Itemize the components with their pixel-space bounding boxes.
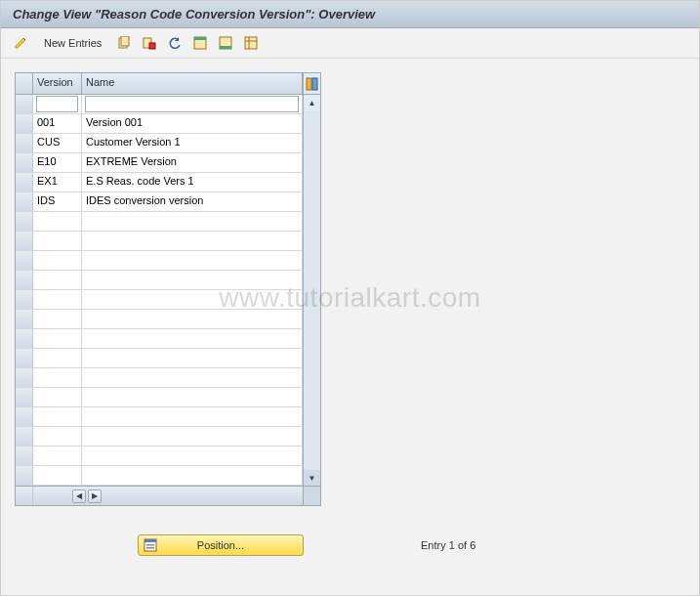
scroll-down-icon[interactable]: ▼: [304, 470, 320, 486]
table-row: CUS Customer Version 1: [16, 134, 303, 153]
row-selector[interactable]: [16, 310, 33, 328]
table-row: [16, 212, 303, 232]
cell-name[interactable]: [82, 251, 303, 270]
cell-name[interactable]: [82, 427, 303, 446]
table-row: [16, 329, 303, 349]
position-button[interactable]: Position...: [138, 534, 304, 556]
table-settings-icon[interactable]: [242, 34, 260, 52]
cell-name[interactable]: [82, 290, 303, 309]
cell-version[interactable]: [33, 271, 82, 289]
cell-version[interactable]: IDS: [33, 192, 82, 211]
row-selector[interactable]: [16, 232, 33, 250]
table-row: [16, 368, 303, 388]
cell-name[interactable]: [82, 232, 303, 250]
cell-name[interactable]: E.S Reas. code Vers 1: [82, 173, 303, 192]
cell-version[interactable]: CUS: [33, 134, 82, 152]
cell-name[interactable]: [82, 368, 303, 387]
name-input[interactable]: [86, 97, 298, 111]
table-row: [16, 232, 303, 251]
cell-name[interactable]: [82, 329, 303, 348]
cell-name[interactable]: [82, 271, 303, 289]
cell-version[interactable]: [33, 447, 82, 465]
cell-version[interactable]: [33, 251, 82, 270]
row-selector[interactable]: [16, 349, 33, 367]
new-entries-button[interactable]: New Entries: [38, 35, 107, 51]
table-row: [16, 407, 303, 427]
svg-rect-11: [307, 78, 311, 90]
scrollbar-track[interactable]: [304, 110, 320, 470]
row-selector[interactable]: [16, 134, 33, 152]
table-row: [16, 427, 303, 447]
cell-name[interactable]: [82, 212, 303, 231]
cell-name[interactable]: Customer Version 1: [82, 134, 303, 152]
copy-icon[interactable]: [115, 34, 133, 52]
cell-name[interactable]: [82, 447, 303, 465]
cell-version[interactable]: [33, 427, 82, 446]
cell-name[interactable]: [82, 349, 303, 367]
cell-name[interactable]: EXTREME Version: [82, 153, 303, 172]
cell-version[interactable]: [33, 368, 82, 387]
row-selector[interactable]: [16, 153, 33, 172]
cell-name[interactable]: [82, 407, 303, 426]
row-selector[interactable]: [16, 114, 33, 133]
row-selector[interactable]: [16, 388, 33, 406]
cell-version[interactable]: [33, 329, 82, 348]
cell-version[interactable]: E10: [33, 153, 82, 172]
row-selector[interactable]: [16, 368, 33, 387]
row-selector[interactable]: [16, 95, 33, 113]
cell-version[interactable]: 001: [33, 114, 82, 133]
column-header-version[interactable]: Version: [33, 73, 82, 94]
cell-name[interactable]: IDES conversion version: [82, 192, 303, 211]
table-row: EX1 E.S Reas. code Vers 1: [16, 173, 303, 192]
row-selector[interactable]: [16, 447, 33, 465]
row-selector[interactable]: [16, 290, 33, 309]
row-selector[interactable]: [16, 271, 33, 289]
cell-version[interactable]: [33, 349, 82, 367]
table-row: [16, 388, 303, 407]
svg-rect-3: [149, 43, 155, 49]
cell-name[interactable]: Version 001: [82, 114, 303, 133]
row-selector[interactable]: [16, 466, 33, 485]
table-row: E10 EXTREME Version: [16, 153, 303, 173]
page-title: Change View "Reason Code Conversion Vers…: [1, 1, 699, 28]
cell-version[interactable]: [33, 212, 82, 231]
row-selector[interactable]: [16, 427, 33, 446]
table-row: [16, 271, 303, 290]
cell-version[interactable]: [33, 310, 82, 328]
undo-icon[interactable]: [166, 34, 184, 52]
version-input[interactable]: [37, 97, 77, 111]
cell-version[interactable]: EX1: [33, 173, 82, 192]
row-selector[interactable]: [16, 173, 33, 192]
row-selector[interactable]: [16, 251, 33, 270]
cell-name[interactable]: [82, 466, 303, 485]
vertical-scrollbar: ▲ ▼: [304, 72, 321, 506]
svg-rect-5: [194, 37, 206, 40]
deselect-all-icon[interactable]: [217, 34, 234, 52]
row-selector[interactable]: [16, 407, 33, 426]
cell-version[interactable]: [33, 407, 82, 426]
column-header-name[interactable]: Name: [82, 73, 303, 94]
scroll-right-icon[interactable]: ▶: [88, 490, 102, 503]
svg-rect-15: [146, 544, 154, 546]
cell-version[interactable]: [33, 290, 82, 309]
select-all-column-header[interactable]: [16, 73, 33, 94]
cell-name[interactable]: [82, 310, 303, 328]
entry-counter: Entry 1 of 6: [421, 539, 475, 551]
row-selector[interactable]: [16, 329, 33, 348]
row-selector[interactable]: [16, 192, 33, 211]
table-row: [16, 310, 303, 329]
delete-row-icon[interactable]: [141, 34, 158, 52]
table-row: [16, 447, 303, 466]
cell-version[interactable]: [33, 466, 82, 485]
configure-columns-icon[interactable]: [304, 73, 320, 95]
scroll-up-icon[interactable]: ▲: [304, 95, 320, 110]
svg-rect-8: [245, 37, 257, 49]
select-all-icon[interactable]: [191, 34, 209, 52]
row-selector[interactable]: [16, 212, 33, 231]
edit-icon[interactable]: [13, 34, 30, 52]
cell-version[interactable]: [33, 388, 82, 406]
table-row: [16, 251, 303, 271]
cell-name[interactable]: [82, 388, 303, 406]
scroll-left-icon[interactable]: ◀: [72, 490, 86, 503]
cell-version[interactable]: [33, 232, 82, 250]
